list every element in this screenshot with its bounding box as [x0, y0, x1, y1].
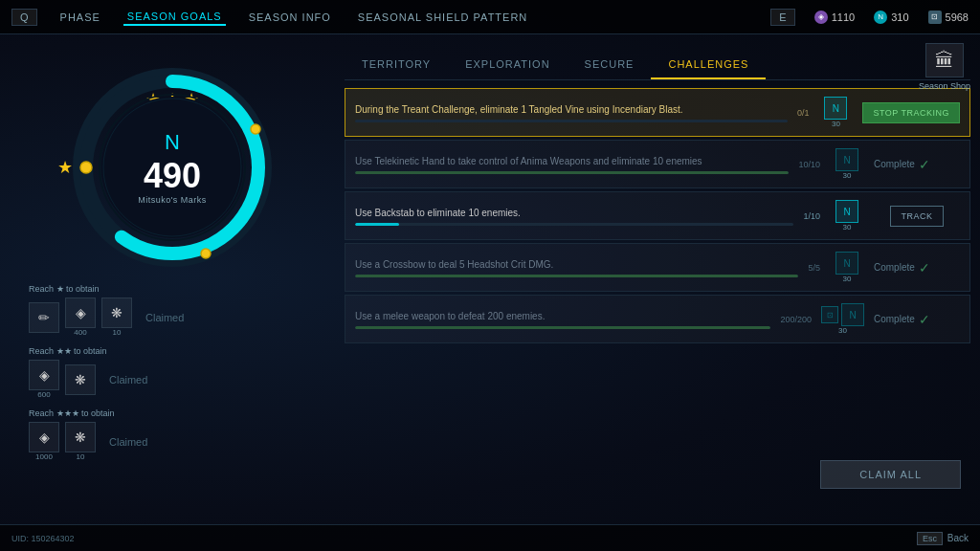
reward-row-2: Reach ★★ to obtain ◈ 600 ❋ Claimed: [29, 346, 316, 399]
tab-territory[interactable]: TERRITORY: [345, 51, 448, 79]
tab-seasonal-shield[interactable]: SEASONAL SHIELD PATTERN: [354, 10, 531, 25]
circle-score: 490: [138, 159, 207, 193]
challenge-text-5: Use a melee weapon to defeat 200 enemies…: [355, 310, 770, 323]
progress-bar-wrap-3: [355, 223, 793, 226]
claim-all-wrap: CLAIM ALL: [820, 460, 961, 489]
reward-3: N 30: [830, 200, 864, 231]
progress-text-2: 10/10: [798, 160, 820, 169]
check-icon-4: ✓: [919, 260, 930, 276]
challenge-text-3: Use Backstab to eliminate 10 enemies.: [355, 207, 793, 220]
teal-currency-icon: N: [874, 11, 887, 24]
tab-season-goals[interactable]: SEASON GOALS: [123, 9, 226, 26]
challenge-item-2: Use Telekinetic Hand to take control of …: [345, 140, 970, 188]
challenge-text-1: During the Treant Challenge, eliminate 1…: [355, 103, 788, 117]
challenge-item-5: Use a melee weapon to defeat 200 enemies…: [345, 295, 970, 343]
reward-count-3: 30: [843, 223, 852, 231]
progress-text-3: 1/10: [803, 211, 820, 221]
complete-label-5: Complete ✓: [874, 312, 960, 327]
check-icon-2: ✓: [919, 157, 930, 172]
progress-bar-wrap-1: [355, 120, 788, 122]
tab-season-info[interactable]: SEASON INFO: [245, 10, 335, 25]
reward-claimed-2: Claimed: [109, 374, 147, 386]
reward-item-600: ◈: [29, 360, 59, 390]
tab-phase[interactable]: PHASE: [56, 10, 104, 25]
esc-back: Esc Back: [917, 532, 969, 545]
currency-square: ⊡ 5968: [928, 11, 969, 24]
e-button[interactable]: E: [770, 9, 794, 26]
reward-item-gems: ❋: [65, 364, 96, 395]
reward-2: N 30: [830, 148, 864, 180]
challenge-list: During the Treant Challenge, eliminate 1…: [345, 88, 970, 343]
challenge-text-4: Use a Crossbow to deal 5 Headshot Crit D…: [355, 258, 798, 272]
reward-label-2: Reach ★★ to obtain: [29, 346, 316, 356]
progress-text-5: 200/200: [780, 315, 812, 324]
reward-icon-1: N: [824, 97, 847, 120]
square-currency-value: 5968: [946, 11, 969, 23]
reward-label-3: Reach ★★★ to obtain: [29, 408, 316, 418]
reward-icon-5b: N: [841, 303, 864, 326]
top-nav: Q PHASE SEASON GOALS SEASON INFO SEASONA…: [0, 0, 980, 34]
shop-label: Season Shop: [919, 81, 970, 91]
teal-currency-value: 310: [891, 11, 908, 23]
esc-key[interactable]: Esc: [917, 532, 943, 545]
reward-count-1: 30: [832, 120, 840, 128]
progress-bar-wrap-4: [355, 275, 798, 277]
circle-center: N 490 Mitsuko's Marks: [138, 130, 207, 205]
tab-bar: TERRITORY EXPLORATION SECURE CHALLENGES: [345, 51, 970, 80]
reward-icon-3: N: [835, 200, 858, 223]
progress-circle-container: ★ ★ ★ ★ ★ N: [67, 62, 278, 273]
purple-currency-icon: ◈: [814, 11, 828, 24]
challenge-text-block-3: Use Backstab to eliminate 10 enemies.: [355, 207, 793, 226]
svg-point-6: [80, 162, 92, 173]
reward-claimed-3: Claimed: [109, 436, 147, 448]
progress-bar-5: [355, 326, 770, 329]
reward-icon-5a: ⊡: [821, 306, 838, 323]
circle-logo: N: [138, 130, 207, 155]
square-currency-icon: ⊡: [928, 11, 942, 24]
reward-item-pencil: ✏: [29, 302, 59, 333]
track-button[interactable]: TRACK: [890, 206, 943, 227]
reward-item-10b: ❋: [65, 422, 96, 452]
action-3: TRACK: [874, 206, 960, 227]
tab-challenges[interactable]: CHALLENGES: [651, 51, 766, 79]
progress-bar-wrap-2: [355, 171, 789, 174]
progress-bar-2: [355, 171, 789, 174]
reward-count-5: 30: [838, 326, 847, 335]
currency-purple: ◈ 1110: [814, 11, 855, 24]
q-button[interactable]: Q: [11, 9, 37, 26]
progress-text-1: 0/1: [797, 108, 810, 118]
reward-items-3: ◈ 1000 ❋ 10: [29, 422, 96, 461]
reward-row-1: Reach ★ to obtain ✏ ◈ 400 ❋ 10 Cla: [29, 284, 316, 337]
currency-teal: N 310: [874, 11, 908, 24]
reward-items-1: ✏ ◈ 400 ❋ 10: [29, 298, 132, 337]
reward-count-4: 30: [843, 275, 852, 283]
reward-1: N 30: [818, 97, 853, 128]
challenge-item-4: Use a Crossbow to deal 5 Headshot Crit D…: [345, 243, 970, 292]
complete-label-4: Complete ✓: [874, 260, 960, 276]
progress-bar-wrap-5: [355, 326, 770, 329]
challenge-item-3: Use Backstab to eliminate 10 enemies. 1/…: [345, 191, 970, 240]
reward-icon-2: N: [835, 148, 858, 171]
reward-icon-4: N: [835, 252, 858, 275]
stop-track-button[interactable]: STOP TRACKING: [862, 102, 960, 123]
tab-secure[interactable]: SECURE: [568, 51, 652, 79]
reward-item-400: ◈: [65, 298, 96, 328]
reward-row-3: Reach ★★★ to obtain ◈ 1000 ❋ 10 Claimed: [29, 408, 316, 461]
rewards-section: Reach ★ to obtain ✏ ◈ 400 ❋ 10 Cla: [19, 284, 325, 461]
complete-label-2: Complete ✓: [874, 157, 960, 172]
bottom-bar: UID: 150264302 Esc Back: [0, 524, 980, 551]
season-shop-button[interactable]: 🏛 Season Shop: [919, 43, 970, 91]
action-5: Complete ✓: [874, 312, 960, 327]
svg-point-8: [251, 124, 260, 134]
reward-item-1000: ◈: [29, 422, 59, 452]
circle-label: Mitsuko's Marks: [138, 195, 207, 205]
claim-all-button[interactable]: CLAIM ALL: [820, 460, 961, 489]
purple-currency-value: 1110: [832, 11, 855, 23]
reward-item-10: ❋: [101, 298, 132, 328]
tab-exploration[interactable]: EXPLORATION: [448, 51, 567, 79]
action-2: Complete ✓: [874, 157, 960, 172]
challenge-text-block-5: Use a melee weapon to defeat 200 enemies…: [355, 310, 770, 329]
challenge-text-block-1: During the Treant Challenge, eliminate 1…: [355, 103, 788, 122]
progress-text-4: 5/5: [808, 263, 820, 273]
action-4: Complete ✓: [874, 260, 960, 276]
